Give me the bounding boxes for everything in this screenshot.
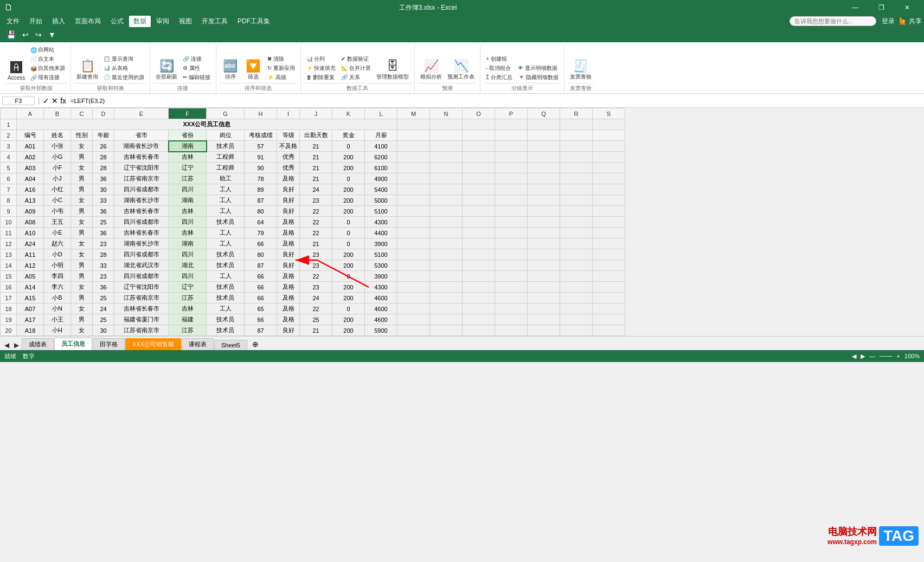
tab-grid[interactable]: 田字格 <box>93 338 125 350</box>
cell[interactable]: 四川省成都市 <box>114 184 169 195</box>
col-header-C[interactable]: C <box>71 108 93 119</box>
cell[interactable]: 良好 <box>277 249 300 260</box>
cell[interactable]: 四川 <box>169 249 207 260</box>
cell[interactable]: 66 <box>245 282 277 293</box>
cell[interactable]: A03 <box>17 163 44 173</box>
cell[interactable]: 30 <box>93 325 114 336</box>
cell[interactable]: 200 <box>332 260 365 271</box>
ribbon-btn-relationship[interactable]: 🔗 关系 <box>339 73 373 82</box>
col-header-B[interactable]: B <box>44 108 71 119</box>
cell[interactable]: 四川省成都市 <box>114 217 169 228</box>
cell[interactable]: 4300 <box>365 282 397 293</box>
col-header-L[interactable]: L <box>365 108 397 119</box>
cell[interactable]: 四川 <box>169 217 207 228</box>
cell[interactable]: 工程师 <box>207 152 245 163</box>
scroll-right-tabs[interactable]: ▶ <box>12 340 21 350</box>
cell[interactable]: A13 <box>17 195 44 206</box>
insert-function-icon[interactable]: fx <box>60 96 66 105</box>
cell[interactable]: 工人 <box>207 195 245 206</box>
header-gender[interactable]: 性别 <box>71 130 93 141</box>
header-province-city[interactable]: 省市 <box>114 130 169 141</box>
cell[interactable]: 25 <box>300 314 332 325</box>
cell[interactable]: 0 <box>332 173 365 184</box>
cell[interactable]: 男 <box>71 173 93 184</box>
cell[interactable]: 男 <box>71 314 93 325</box>
cell[interactable]: 22 <box>300 228 332 238</box>
cell[interactable]: 28 <box>93 163 114 173</box>
cell[interactable]: 小E <box>44 228 71 238</box>
col-header-K[interactable]: K <box>332 108 365 119</box>
cell[interactable]: 90 <box>245 163 277 173</box>
undo-btn[interactable]: ↩ <box>20 29 31 40</box>
cell[interactable]: 24 <box>93 303 114 314</box>
col-header-Q[interactable]: Q <box>528 108 560 119</box>
zoom-out-btn[interactable]: — <box>869 353 875 359</box>
cell[interactable]: 200 <box>332 293 365 303</box>
cell[interactable]: 5900 <box>365 325 397 336</box>
row-num-6[interactable]: 6 <box>1 173 17 184</box>
cell[interactable]: 200 <box>332 325 365 336</box>
cell[interactable]: 吉林 <box>169 303 207 314</box>
cell[interactable]: 赵六 <box>44 238 71 249</box>
ribbon-btn-data-validate[interactable]: ✔ 数据验证 <box>339 55 373 63</box>
cell[interactable]: 5000 <box>365 195 397 206</box>
cell[interactable]: A08 <box>17 217 44 228</box>
cell[interactable]: 福建 <box>169 314 207 325</box>
col-header-H[interactable]: H <box>245 108 277 119</box>
cell[interactable]: 200 <box>332 249 365 260</box>
cell[interactable]: 及格 <box>277 238 300 249</box>
header-age[interactable]: 年龄 <box>93 130 114 141</box>
header-position[interactable]: 岗位 <box>207 130 245 141</box>
cell[interactable]: 23 <box>300 260 332 271</box>
cell[interactable]: 28 <box>93 249 114 260</box>
cell[interactable]: 4100 <box>365 141 397 152</box>
cell[interactable]: 5100 <box>365 249 397 260</box>
cell[interactable]: 吉林省长春市 <box>114 152 169 163</box>
cell[interactable]: 4400 <box>365 228 397 238</box>
cell[interactable]: A18 <box>17 325 44 336</box>
cell[interactable]: 21 <box>300 163 332 173</box>
cell[interactable]: 23 <box>300 282 332 293</box>
cell[interactable]: 25 <box>93 293 114 303</box>
col-header-M[interactable]: M <box>397 108 430 119</box>
cell[interactable]: 200 <box>332 195 365 206</box>
ribbon-btn-clear[interactable]: ✖ 清除 <box>265 55 297 63</box>
cell[interactable]: 工人 <box>207 303 245 314</box>
menu-dev[interactable]: 开发工具 <box>197 16 232 27</box>
cell[interactable]: 福建省厦门市 <box>114 314 169 325</box>
cell[interactable]: 四川省成都市 <box>114 271 169 282</box>
cell[interactable]: 5400 <box>365 184 397 195</box>
cell[interactable]: 200 <box>332 184 365 195</box>
menu-pdf[interactable]: PDF工具集 <box>233 16 274 27</box>
zoom-slider[interactable]: ─── <box>880 353 892 359</box>
cell[interactable]: 及格 <box>277 173 300 184</box>
cell[interactable]: 小C <box>44 195 71 206</box>
search-input[interactable] <box>790 16 876 26</box>
ribbon-btn-flash-fill[interactable]: ⚡ 快速填充 <box>304 64 338 73</box>
cell[interactable]: 79 <box>245 228 277 238</box>
cell[interactable]: 200 <box>332 163 365 173</box>
cell[interactable]: 女 <box>71 163 93 173</box>
cell[interactable]: A11 <box>17 249 44 260</box>
cell[interactable]: 200 <box>332 314 365 325</box>
tab-sales[interactable]: XXX公司销售额 <box>125 338 181 350</box>
minimize-button[interactable]: — <box>843 0 868 15</box>
cell[interactable]: 江苏省南京市 <box>114 325 169 336</box>
cell[interactable]: 良好 <box>277 260 300 271</box>
cell[interactable]: A02 <box>17 152 44 163</box>
ribbon-btn-show-detail[interactable]: 👁 显示明细数据 <box>516 64 561 73</box>
cell[interactable]: 21 <box>300 152 332 163</box>
row-num-11[interactable]: 11 <box>1 228 17 238</box>
zoom-in-btn[interactable]: + <box>896 353 900 359</box>
cell[interactable]: 男 <box>71 206 93 217</box>
cell[interactable]: 湖南省长沙市 <box>114 141 169 152</box>
tab-schedule[interactable]: 课程表 <box>182 338 214 350</box>
cell[interactable]: A12 <box>17 260 44 271</box>
cell[interactable]: 87 <box>245 195 277 206</box>
ribbon-btn-create-group[interactable]: + 创建组 <box>484 55 515 63</box>
cell[interactable]: 小D <box>44 249 71 260</box>
ribbon-btn-access[interactable]: 🅰 Access <box>5 61 27 82</box>
cell[interactable]: 男 <box>71 293 93 303</box>
cell[interactable]: 23 <box>93 271 114 282</box>
cell[interactable]: 湖北省武汉市 <box>114 260 169 271</box>
